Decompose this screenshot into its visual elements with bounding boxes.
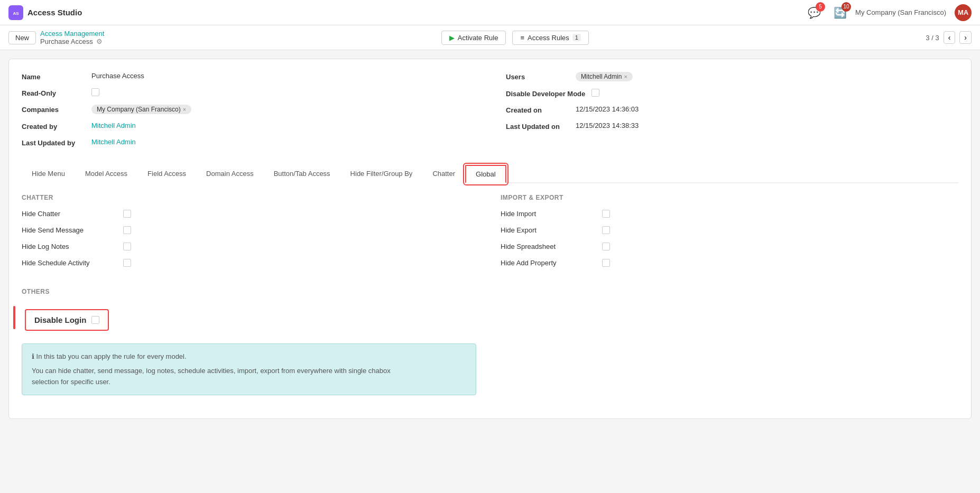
hide-export-label: Hide Export [501, 226, 596, 234]
created-by-label: Created by [22, 122, 85, 131]
info-line2: You can hide chatter, send message, log … [32, 366, 466, 377]
app-icon: AS [8, 5, 23, 20]
hide-chatter-row: Hide Chatter [22, 210, 479, 218]
messages-button[interactable]: 💬 5 [808, 6, 821, 19]
last-updated-on-group: Last Updated on 12/15/2023 14:38:33 [506, 122, 958, 131]
hide-spreadsheet-checkbox[interactable] [602, 243, 610, 250]
info-line1: ℹ In this tab you can apply the rule for… [32, 351, 466, 362]
avatar[interactable]: MA [955, 4, 972, 21]
name-field-group: Name Purchase Access [22, 72, 474, 81]
toolbar: New Access Management Purchase Access ⚙ … [0, 25, 980, 50]
companies-field-group: Companies My Company (San Francisco) × [22, 105, 474, 114]
hide-log-notes-checkbox[interactable] [123, 243, 131, 250]
name-value: Purchase Access [91, 72, 144, 80]
activate-rule-button[interactable]: ▶ Activate Rule [441, 31, 506, 45]
new-button[interactable]: New [8, 31, 36, 44]
activate-rule-label: Activate Rule [458, 34, 498, 42]
disable-dev-label: Disable Developer Mode [506, 89, 585, 98]
access-rules-button[interactable]: ≡ Access Rules 1 [512, 31, 588, 45]
hide-chatter-label: Hide Chatter [22, 210, 117, 218]
main: Name Purchase Access Read-Only Companies… [0, 50, 980, 427]
import-export-section-title: IMPORT & EXPORT [501, 194, 958, 201]
hide-send-message-row: Hide Send Message [22, 226, 479, 234]
tab-chatter[interactable]: Chatter [422, 165, 465, 183]
last-updated-on-value: 12/15/2023 14:38:33 [576, 122, 639, 129]
created-by-group: Created by Mitchell Admin [22, 122, 474, 131]
hide-log-notes-label: Hide Log Notes [22, 243, 117, 250]
breadcrumb: Access Management Purchase Access ⚙ [40, 30, 104, 45]
form-right-col: Users Mitchell Admin × Disable Developer… [506, 72, 958, 154]
play-icon: ▶ [449, 34, 455, 42]
hide-schedule-activity-label: Hide Schedule Activity [22, 259, 117, 267]
tab-button-tab-access[interactable]: Button/Tab Access [264, 165, 340, 183]
last-updated-on-label: Last Updated on [506, 122, 569, 131]
tab-hide-menu[interactable]: Hide Menu [22, 165, 75, 183]
breadcrumb-link[interactable]: Access Management [40, 30, 104, 38]
disable-login-box: Disable Login [25, 309, 109, 331]
last-updated-by-value[interactable]: Mitchell Admin [91, 138, 136, 146]
created-on-value: 12/15/2023 14:36:03 [576, 105, 639, 113]
hide-spreadsheet-label: Hide Spreadsheet [501, 243, 596, 250]
navbar-right: 💬 5 🔄 10 My Company (San Francisco) MA [808, 4, 972, 21]
hide-chatter-checkbox[interactable] [123, 210, 131, 218]
access-rules-count: 1 [572, 34, 581, 41]
name-label: Name [22, 72, 85, 81]
access-rules-label: Access Rules [528, 34, 569, 42]
form-left-col: Name Purchase Access Read-Only Companies… [22, 72, 474, 154]
info-line3: selection for specific user. [32, 377, 466, 388]
others-section: OTHERS Disable Login [22, 288, 958, 331]
users-label: Users [506, 72, 569, 81]
breadcrumb-current: Purchase Access ⚙ [40, 38, 104, 45]
left-bar-indicator [13, 306, 15, 329]
tab-hide-filter[interactable]: Hide Filter/Group By [340, 165, 423, 183]
info-box: ℹ In this tab you can apply the rule for… [22, 343, 476, 395]
pagination-label: 3 / 3 [926, 34, 939, 42]
svg-text:AS: AS [13, 11, 19, 16]
updates-button[interactable]: 🔄 10 [834, 6, 847, 19]
updates-badge: 10 [842, 2, 851, 12]
tab-field-access[interactable]: Field Access [137, 165, 196, 183]
hide-add-property-label: Hide Add Property [501, 259, 596, 267]
tab-global[interactable]: Global [465, 165, 506, 183]
users-field-group: Users Mitchell Admin × [506, 72, 958, 81]
users-tag: Mitchell Admin × [576, 72, 633, 81]
navbar-left: AS Access Studio [8, 5, 82, 20]
hide-import-checkbox[interactable] [602, 210, 610, 218]
next-button[interactable]: › [959, 31, 972, 44]
gear-icon[interactable]: ⚙ [96, 38, 103, 45]
hide-add-property-row: Hide Add Property [501, 259, 958, 267]
hide-send-message-checkbox[interactable] [123, 226, 131, 234]
company-tag: My Company (San Francisco) × [91, 105, 191, 114]
hide-export-row: Hide Export [501, 226, 958, 234]
created-by-value[interactable]: Mitchell Admin [91, 122, 136, 129]
current-page-label: Purchase Access [40, 38, 93, 45]
hide-spreadsheet-row: Hide Spreadsheet [501, 243, 958, 250]
toolbar-center: ▶ Activate Rule ≡ Access Rules 1 [441, 31, 589, 45]
tab-model-access[interactable]: Model Access [75, 165, 137, 183]
disable-dev-group: Disable Developer Mode [506, 89, 958, 98]
hide-add-property-checkbox[interactable] [602, 259, 610, 267]
import-export-col: IMPORT & EXPORT Hide Import Hide Export … [501, 194, 958, 275]
two-col-layout: CHATTER Hide Chatter Hide Send Message H… [22, 194, 958, 275]
company-tag-text: My Company (San Francisco) [97, 106, 181, 113]
last-updated-by-label: Last Updated by [22, 138, 85, 147]
chatter-section-title: CHATTER [22, 194, 479, 201]
hide-import-label: Hide Import [501, 210, 596, 218]
hide-log-notes-row: Hide Log Notes [22, 243, 479, 250]
readonly-checkbox[interactable] [91, 88, 99, 96]
hide-schedule-activity-checkbox[interactable] [123, 259, 131, 267]
disable-login-wrapper: Disable Login [22, 304, 109, 331]
toolbar-left: New Access Management Purchase Access ⚙ [8, 30, 104, 45]
tab-content-global: CHATTER Hide Chatter Hide Send Message H… [22, 183, 958, 406]
readonly-label: Read-Only [22, 88, 85, 97]
prev-button[interactable]: ‹ [944, 31, 956, 44]
users-tag-remove[interactable]: × [624, 73, 627, 80]
disable-dev-checkbox[interactable] [591, 89, 599, 97]
readonly-field-group: Read-Only [22, 88, 474, 97]
toolbar-right: 3 / 3 ‹ › [926, 31, 972, 44]
disable-login-checkbox[interactable] [91, 316, 99, 324]
others-section-title: OTHERS [22, 288, 958, 295]
tab-domain-access[interactable]: Domain Access [196, 165, 264, 183]
company-tag-remove[interactable]: × [183, 106, 186, 113]
hide-export-checkbox[interactable] [602, 226, 610, 234]
